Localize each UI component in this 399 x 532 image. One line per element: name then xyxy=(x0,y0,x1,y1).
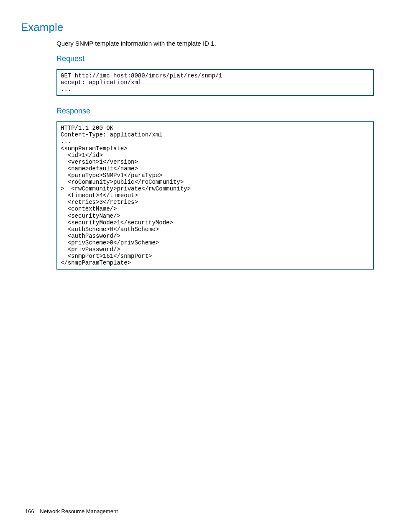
response-code-block: HTTP/1.1 200 OK Content-Type: applicatio… xyxy=(56,121,374,270)
request-code-block: GET http://imc_host:8080/imcrs/plat/res/… xyxy=(56,69,374,96)
footer-section-title: Network Resource Management xyxy=(40,508,118,514)
heading-response: Response xyxy=(56,107,374,116)
heading-request: Request xyxy=(56,54,374,63)
heading-example: Example xyxy=(21,21,374,34)
page-number: 166 xyxy=(25,508,34,514)
page-footer: 166 Network Resource Management xyxy=(25,508,118,514)
intro-paragraph: Query SNMP template information with the… xyxy=(56,40,374,47)
